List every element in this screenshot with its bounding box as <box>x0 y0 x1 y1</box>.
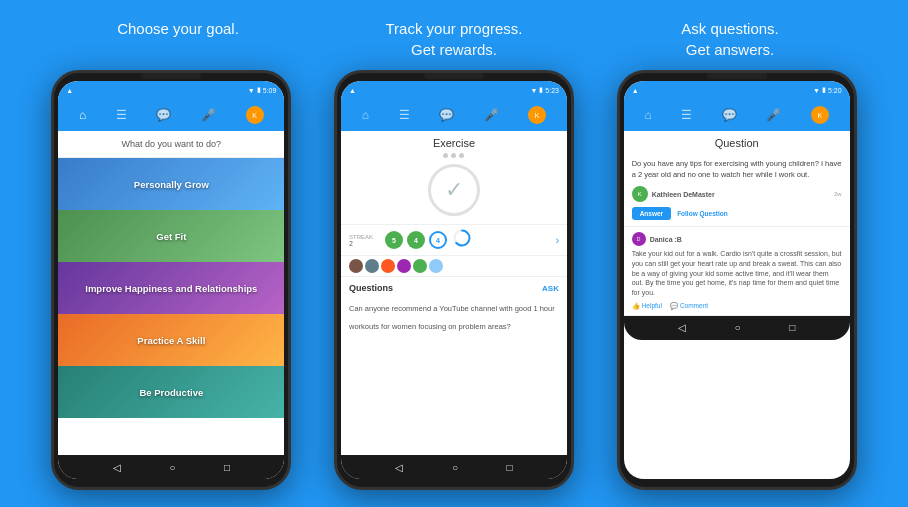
check-circle: ✓ <box>428 164 480 216</box>
avatar[interactable]: K <box>528 106 546 124</box>
phone1-nav-bar: ⌂ ☰ 💬 🎤 K <box>58 99 284 131</box>
badge-blue: 4 <box>407 231 425 249</box>
goal-label: Get Fit <box>148 231 194 242</box>
phone2-bottom-bar: ◁ ○ □ <box>341 455 567 479</box>
phone3: ▲ ▼ ▮ 5:20 ⌂ ☰ 💬 🎤 K Question Do you hav… <box>617 70 857 490</box>
question-body: Do you have any tips for exercising with… <box>632 159 842 180</box>
phone2-nav-bar: ⌂ ☰ 💬 🎤 K <box>341 99 567 131</box>
back-button[interactable]: ◁ <box>678 322 686 333</box>
goal-improve-happiness[interactable]: Improve Happiness and Relationships <box>58 262 284 314</box>
phone1: ▲ ▼ ▮ 5:09 ⌂ ☰ 💬 🎤 K What do you want to… <box>51 70 291 490</box>
list-icon[interactable]: ☰ <box>116 108 127 122</box>
phone2: ▲ ▼ ▮ 5:23 ⌂ ☰ 💬 🎤 K Exercise ✓ <box>334 70 574 490</box>
answerer-name: Danica :B <box>650 236 682 243</box>
battery-icon: ▮ <box>257 86 261 94</box>
goal-be-productive[interactable]: Be Productive <box>58 366 284 418</box>
battery-icon: ▮ <box>539 86 543 94</box>
wifi-icon: ▼ <box>813 87 820 94</box>
signal-icon: ▲ <box>632 87 639 94</box>
goal-practice-skill[interactable]: Practice A Skill <box>58 314 284 366</box>
stats-row: STREAK 2 5 4 4 › <box>341 224 567 256</box>
comment-button[interactable]: 💬 Comment <box>670 302 708 310</box>
battery-icon: ▮ <box>822 86 826 94</box>
streak-value: 2 <box>349 240 353 247</box>
questions-title: Questions <box>349 283 393 293</box>
dots-indicator <box>341 153 567 158</box>
answerer-avatar: D <box>632 232 646 246</box>
goal-label: Improve Happiness and Relationships <box>77 283 265 294</box>
avatars-row <box>341 256 567 276</box>
qa-title: Question <box>624 131 850 153</box>
question-preview: Can anyone recommend a YouTube channel w… <box>349 304 555 331</box>
chat-icon[interactable]: 💬 <box>722 108 737 122</box>
home-button[interactable]: ○ <box>169 462 175 473</box>
wifi-icon: ▼ <box>248 87 255 94</box>
phone1-status-bar: ▲ ▼ ▮ 5:09 <box>58 81 284 99</box>
phone1-content: What do you want to do? Personally Grow … <box>58 131 284 455</box>
phone3-nav-bar: ⌂ ☰ 💬 🎤 K <box>624 99 850 131</box>
answer-button[interactable]: Answer <box>632 207 671 220</box>
questions-section: Questions ASK Can anyone recommend a You… <box>341 276 567 455</box>
ask-button[interactable]: ASK <box>542 284 559 293</box>
col1-label: Choose your goal. <box>48 18 308 39</box>
phone1-bottom-bar: ◁ ○ □ <box>58 455 284 479</box>
answer-card: D Danica :B Take your kid out for a walk… <box>624 227 850 316</box>
list-icon[interactable]: ☰ <box>681 108 692 122</box>
answer-body: Take your kid out for a walk. Cardio isn… <box>632 249 842 298</box>
phones-section: ▲ ▼ ▮ 5:09 ⌂ ☰ 💬 🎤 K What do you want to… <box>0 70 908 507</box>
question-card: Do you have any tips for exercising with… <box>624 153 850 227</box>
recents-button[interactable]: □ <box>789 322 795 333</box>
follow-button[interactable]: Follow Question <box>677 207 728 220</box>
home-button[interactable]: ○ <box>735 322 741 333</box>
avatar[interactable]: K <box>246 106 264 124</box>
home-icon[interactable]: ⌂ <box>362 108 369 122</box>
chat-icon[interactable]: 💬 <box>156 108 171 122</box>
mic-icon[interactable]: 🎤 <box>484 108 499 122</box>
asker-avatar: K <box>632 186 648 202</box>
question-header: What do you want to do? <box>58 131 284 158</box>
recents-button[interactable]: □ <box>507 462 513 473</box>
signal-icon: ▲ <box>66 87 73 94</box>
check-mark-icon: ✓ <box>445 179 463 201</box>
signal-icon: ▲ <box>349 87 356 94</box>
recents-button[interactable]: □ <box>224 462 230 473</box>
asker-name: Kathleen DeMaster <box>652 191 715 198</box>
goal-personally-grow[interactable]: Personally Grow <box>58 158 284 210</box>
mic-icon[interactable]: 🎤 <box>201 108 216 122</box>
goal-label: Personally Grow <box>126 179 217 190</box>
exercise-title: Exercise <box>341 131 567 153</box>
phone2-status-bar: ▲ ▼ ▮ 5:23 <box>341 81 567 99</box>
time-display: 5:20 <box>828 87 842 94</box>
badge-green: 5 <box>385 231 403 249</box>
col3-label: Ask questions. Get answers. <box>600 18 860 60</box>
phone3-status-bar: ▲ ▼ ▮ 5:20 <box>624 81 850 99</box>
goal-label: Practice A Skill <box>129 335 213 346</box>
home-icon[interactable]: ⌂ <box>644 108 651 122</box>
col2-label: Track your progress. Get rewards. <box>324 18 584 60</box>
chevron-right-icon[interactable]: › <box>556 235 559 246</box>
asker-time: 2w <box>834 191 842 197</box>
back-button[interactable]: ◁ <box>113 462 121 473</box>
back-button[interactable]: ◁ <box>395 462 403 473</box>
phone3-bottom-bar: ◁ ○ □ <box>624 316 850 340</box>
home-button[interactable]: ○ <box>452 462 458 473</box>
top-labels-section: Choose your goal. Track your progress. G… <box>0 0 908 70</box>
goal-get-fit[interactable]: Get Fit <box>58 210 284 262</box>
goal-label: Be Productive <box>131 387 211 398</box>
mic-icon[interactable]: 🎤 <box>766 108 781 122</box>
chat-icon[interactable]: 💬 <box>439 108 454 122</box>
wifi-icon: ▼ <box>530 87 537 94</box>
list-icon[interactable]: ☰ <box>399 108 410 122</box>
time-display: 5:23 <box>545 87 559 94</box>
badge-outline: 4 <box>429 231 447 249</box>
helpful-button[interactable]: 👍 Helpful <box>632 302 662 310</box>
avatar[interactable]: K <box>811 106 829 124</box>
time-display: 5:09 <box>263 87 277 94</box>
home-icon[interactable]: ⌂ <box>79 108 86 122</box>
